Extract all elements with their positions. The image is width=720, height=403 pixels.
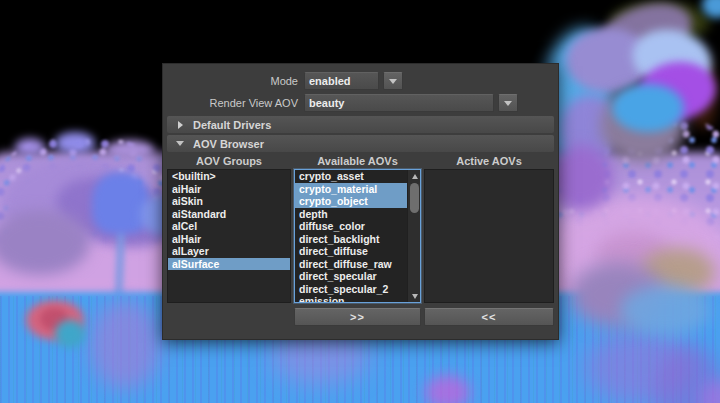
purple-blotch [425, 375, 470, 403]
list-item[interactable]: alHair [168, 233, 290, 246]
triangle-right-icon [178, 121, 183, 129]
transfer-buttons-row: >> << [167, 308, 554, 326]
triangle-down-icon [176, 141, 184, 146]
mode-row: Mode enabled [163, 72, 558, 90]
flower-blob [55, 132, 95, 154]
list-item[interactable]: diffuse_color [295, 220, 407, 233]
column-headers: AOV Groups Available AOVs Active AOVs [167, 154, 554, 168]
column-header-available-aovs: Available AOVs [294, 155, 421, 167]
list-item[interactable]: alLayer [168, 245, 290, 258]
chevron-down-icon [504, 101, 512, 106]
render-view-aov-arrow-button[interactable] [498, 94, 518, 112]
list-item[interactable]: crypto_asset [295, 170, 407, 183]
big-flower-petal [612, 84, 684, 132]
teal-leaf [55, 320, 85, 348]
list-item[interactable]: direct_backlight [295, 233, 407, 246]
section-default-drivers[interactable]: Default Drivers [167, 116, 554, 133]
column-header-active-aovs: Active AOVs [424, 155, 554, 167]
render-view-aov-row: Render View AOV beauty [163, 94, 558, 112]
add-aov-button[interactable]: >> [294, 308, 421, 326]
list-item[interactable]: aiStandard [168, 208, 290, 221]
remove-aov-button[interactable]: << [424, 308, 554, 326]
scroll-down-icon [412, 294, 418, 299]
active-aovs-list[interactable] [424, 169, 554, 303]
section-aov-browser[interactable]: AOV Browser [167, 135, 554, 152]
mode-select-arrow-button[interactable] [383, 72, 403, 90]
section-default-drivers-label: Default Drivers [193, 119, 271, 131]
scroll-down-button[interactable] [408, 290, 421, 302]
column-header-aov-groups: AOV Groups [167, 155, 291, 167]
scroll-up-icon [412, 174, 418, 179]
foreground-flower [620, 285, 710, 335]
available-aovs-list[interactable]: crypto_assetcrypto_materialcrypto_object… [294, 169, 421, 303]
list-item[interactable]: aiSkin [168, 195, 290, 208]
scroll-thumb[interactable] [410, 183, 419, 213]
list-item[interactable]: depth [295, 208, 407, 221]
aov-browser-body: <builtin>aiHairaiSkinaiStandardalCelalHa… [167, 169, 554, 303]
list-item[interactable]: crypto_material [295, 183, 407, 196]
list-item[interactable]: <builtin> [168, 170, 290, 183]
list-item[interactable]: direct_specular_2 [295, 283, 407, 296]
aov-settings-panel: Mode enabled Render View AOV beauty Defa… [162, 63, 559, 340]
scrollbar[interactable] [407, 170, 420, 302]
list-item[interactable]: alCel [168, 220, 290, 233]
section-aov-browser-label: AOV Browser [193, 138, 264, 150]
tulip-flower [92, 172, 150, 234]
list-item[interactable]: alSurface [168, 258, 290, 271]
list-item[interactable]: direct_diffuse_raw [295, 258, 407, 271]
mode-select[interactable]: enabled [304, 72, 379, 90]
list-item[interactable]: emission [295, 295, 407, 303]
list-item[interactable]: aiHair [168, 183, 290, 196]
button-spacer [167, 308, 294, 326]
list-item[interactable]: direct_specular [295, 270, 407, 283]
flower-blob [105, 140, 155, 160]
list-item[interactable]: crypto_object [295, 195, 407, 208]
render-view-aov-select[interactable]: beauty [304, 94, 494, 112]
render-view-aov-label: Render View AOV [163, 97, 304, 109]
aov-groups-list[interactable]: <builtin>aiHairaiSkinaiStandardalCelalHa… [167, 169, 291, 303]
purple-blotch [90, 300, 160, 390]
flower-blob [15, 138, 45, 156]
list-item[interactable]: direct_diffuse [295, 245, 407, 258]
mode-label: Mode [163, 75, 304, 87]
scroll-up-button[interactable] [408, 170, 421, 182]
chevron-down-icon [389, 79, 397, 84]
